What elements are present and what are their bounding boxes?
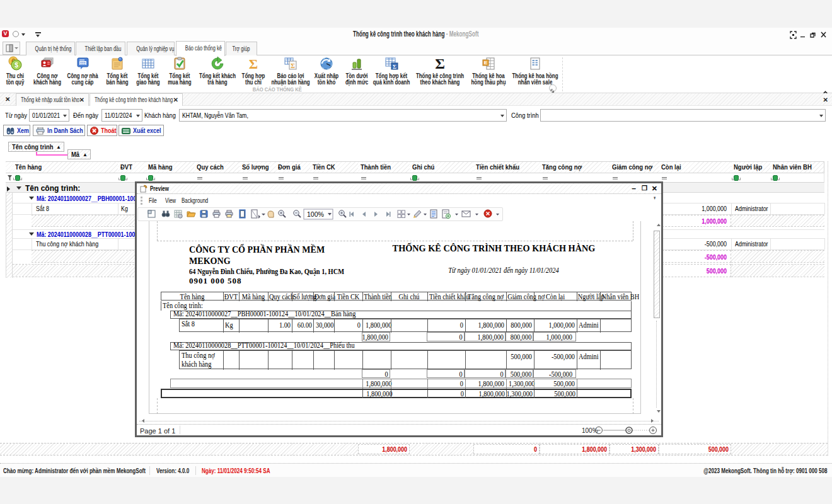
- svg-text:Σ: Σ: [291, 62, 295, 69]
- svg-text:$: $: [14, 61, 18, 69]
- svg-text:Σ: Σ: [249, 56, 258, 71]
- svg-text:Σ: Σ: [393, 64, 396, 70]
- svg-text:100%: 100%: [307, 210, 324, 218]
- svg-text:Σ: Σ: [435, 56, 445, 71]
- svg-text:E: E: [484, 60, 488, 66]
